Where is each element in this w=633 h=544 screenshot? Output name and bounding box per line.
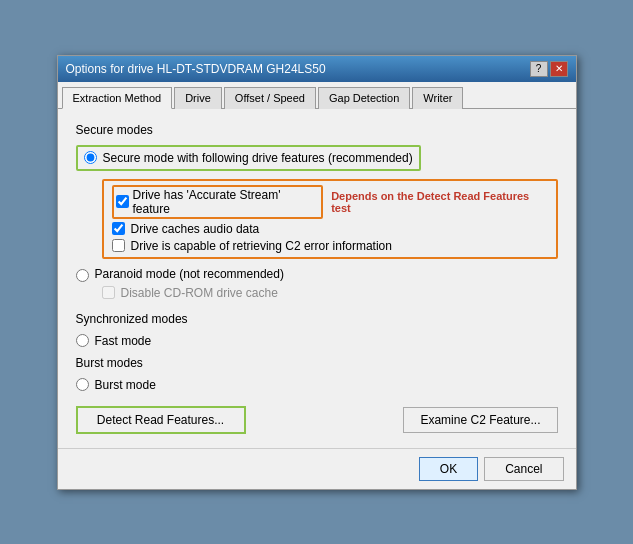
fast-mode-label: Fast mode [95, 334, 152, 348]
secure-mode-label: Secure mode with following drive feature… [103, 151, 413, 165]
secure-mode-radio[interactable] [84, 151, 97, 164]
title-bar: Options for drive HL-DT-STDVDRAM GH24LS5… [58, 56, 576, 82]
cache-audio-label: Drive caches audio data [131, 222, 260, 236]
main-window: Options for drive HL-DT-STDVDRAM GH24LS5… [57, 55, 577, 490]
tab-gap-detection[interactable]: Gap Detection [318, 87, 410, 109]
burst-mode-radio[interactable] [76, 378, 89, 391]
burst-modes-group: Burst modes Burst mode [76, 356, 558, 392]
disable-cdrom-label: Disable CD-ROM drive cache [121, 286, 278, 300]
secure-modes-label: Secure modes [76, 123, 558, 137]
window-title: Options for drive HL-DT-STDVDRAM GH24LS5… [66, 62, 326, 76]
title-controls: ? ✕ [530, 61, 568, 77]
main-content: Secure modes Secure mode with following … [58, 109, 576, 448]
sync-modes-label: Synchronized modes [76, 312, 558, 326]
tab-drive[interactable]: Drive [174, 87, 222, 109]
c2-error-row: Drive is capable of retrieving C2 error … [112, 239, 548, 253]
button-row: Detect Read Features... Examine C2 Featu… [76, 406, 558, 434]
cancel-button[interactable]: Cancel [484, 457, 563, 481]
secure-modes-group: Secure modes Secure mode with following … [76, 123, 558, 300]
depends-note: Depends on the Detect Read Features test [331, 190, 547, 214]
close-button[interactable]: ✕ [550, 61, 568, 77]
ok-button[interactable]: OK [419, 457, 478, 481]
paranoid-label: Paranoid mode (not recommended) [95, 267, 284, 281]
paranoid-radio-row: Paranoid mode (not recommended) [76, 267, 558, 282]
tab-extraction-method[interactable]: Extraction Method [62, 87, 173, 109]
c2-error-label: Drive is capable of retrieving C2 error … [131, 239, 392, 253]
burst-mode-row: Burst mode [76, 378, 558, 392]
tab-offset-speed[interactable]: Offset / Speed [224, 87, 316, 109]
fast-mode-row: Fast mode [76, 334, 558, 348]
burst-modes-label: Burst modes [76, 356, 558, 370]
disable-cdrom-cache-checkbox[interactable] [102, 286, 115, 299]
paranoid-sub-row: Disable CD-ROM drive cache [102, 286, 558, 300]
sub-options-box: Drive has 'Accurate Stream' feature Depe… [102, 179, 558, 259]
sub-options-wrapper: Drive has 'Accurate Stream' feature Depe… [102, 179, 558, 259]
sync-modes-group: Synchronized modes Fast mode [76, 312, 558, 348]
examine-c2-feature-button[interactable]: Examine C2 Feature... [403, 407, 557, 433]
secure-mode-recommended-row: Secure mode with following drive feature… [76, 145, 421, 171]
accurate-stream-label: Drive has 'Accurate Stream' feature [133, 188, 318, 216]
dialog-footer: OK Cancel [58, 448, 576, 489]
accurate-stream-highlight: Drive has 'Accurate Stream' feature [112, 185, 324, 219]
burst-mode-label: Burst mode [95, 378, 156, 392]
cache-audio-checkbox[interactable] [112, 222, 125, 235]
cache-audio-row: Drive caches audio data [112, 222, 548, 236]
tab-writer[interactable]: Writer [412, 87, 463, 109]
paranoid-radio[interactable] [76, 269, 89, 282]
paranoid-section: Paranoid mode (not recommended) Disable … [76, 267, 558, 300]
detect-read-features-button[interactable]: Detect Read Features... [76, 406, 246, 434]
tab-bar: Extraction Method Drive Offset / Speed G… [58, 82, 576, 109]
accurate-stream-checkbox[interactable] [116, 195, 129, 208]
fast-mode-radio[interactable] [76, 334, 89, 347]
c2-error-checkbox[interactable] [112, 239, 125, 252]
help-button[interactable]: ? [530, 61, 548, 77]
accurate-stream-row: Drive has 'Accurate Stream' feature Depe… [112, 185, 548, 219]
